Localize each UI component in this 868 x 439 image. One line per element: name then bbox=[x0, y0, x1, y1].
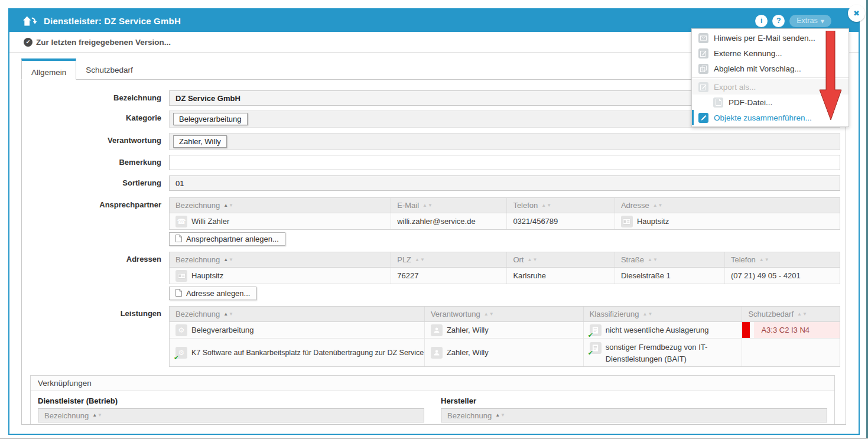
extras-label: Extras bbox=[797, 17, 817, 25]
column-header[interactable]: Bezeichnung ▲▼ bbox=[441, 408, 827, 422]
help-button[interactable]: ? bbox=[772, 15, 785, 27]
address-card-icon bbox=[175, 270, 187, 282]
sort-desc-icon: ▼ bbox=[229, 203, 233, 208]
export-icon bbox=[698, 82, 708, 92]
sort-desc-icon: ▼ bbox=[547, 203, 551, 208]
service-gear-icon: ⚙ bbox=[175, 347, 187, 359]
column-header[interactable]: Bezeichnung ▲▼ bbox=[170, 252, 391, 267]
table-row[interactable]: ☎ Willi Zahler willi.zahler@service.de 0… bbox=[170, 213, 840, 229]
bemerkung-input[interactable] bbox=[169, 155, 840, 170]
column-header[interactable]: Telefon ▲▼ bbox=[506, 198, 615, 213]
tab-allgemein[interactable]: Allgemein bbox=[21, 58, 76, 80]
leistungen-table: Bezeichnung ▲▼ Verantwortung ▲▼ Klassifi… bbox=[169, 306, 840, 367]
last-released-version-link[interactable]: Zur letzten freigegebenen Version... bbox=[36, 38, 171, 47]
sort-desc-icon: ▼ bbox=[653, 258, 658, 262]
sort-asc-icon: ▲ bbox=[484, 312, 489, 317]
verantwortung-label: Verantwortung bbox=[22, 133, 169, 145]
pdf-file-icon bbox=[713, 97, 723, 108]
person-icon bbox=[431, 324, 443, 336]
menu-item-abgleich-vorschlag[interactable]: Abgleich mit Vorschlag... bbox=[692, 61, 849, 76]
add-ansprechpartner-button[interactable]: Ansprechpartner anlegen... bbox=[169, 232, 285, 246]
hersteller-label: Hersteller bbox=[441, 396, 827, 405]
verantwortung-chip[interactable]: Zahler, Willy bbox=[173, 135, 227, 148]
sortierung-input[interactable]: 01 bbox=[169, 175, 840, 191]
sort-asc-icon: ▲ bbox=[92, 413, 97, 418]
screenshot-stage: Dienstleister: DZ Service GmbH i ? Extra… bbox=[0, 0, 868, 439]
verknuepfungen-title: Verknüpfungen bbox=[31, 376, 834, 391]
page-title: Dienstleister: DZ Service GmbH bbox=[44, 16, 181, 26]
ansprechpartner-label: Ansprechpartner bbox=[22, 197, 169, 209]
menu-divider bbox=[692, 77, 849, 78]
copy-icon bbox=[698, 64, 708, 74]
column-header[interactable]: Adresse ▲▼ bbox=[615, 198, 840, 213]
sort-asc-icon: ▲ bbox=[223, 312, 228, 317]
column-header[interactable]: Schutzbedarf ▲▼ bbox=[742, 307, 840, 321]
sort-desc-icon: ▼ bbox=[500, 413, 505, 418]
page-icon bbox=[175, 289, 182, 298]
menu-item-hinweis-email[interactable]: Hinweis per E-Mail senden... bbox=[692, 30, 849, 45]
sort-desc-icon: ▼ bbox=[532, 258, 537, 262]
menu-item-export-als[interactable]: Export als... bbox=[692, 79, 849, 95]
info-button[interactable]: i bbox=[755, 15, 768, 27]
schutzbedarf-value: A3:3 C2 I3 N4 bbox=[754, 322, 840, 338]
sort-asc-icon: ▲ bbox=[642, 312, 647, 317]
person-icon bbox=[431, 347, 443, 359]
column-header[interactable]: Bezeichnung ▲▼ bbox=[38, 408, 424, 422]
page-icon bbox=[175, 235, 182, 244]
sort-asc-icon: ▲ bbox=[797, 312, 802, 317]
sort-asc-icon: ▲ bbox=[422, 203, 427, 208]
close-button[interactable]: ✖ bbox=[848, 5, 865, 22]
classification-note-icon bbox=[590, 342, 602, 354]
sort-asc-icon: ▲ bbox=[648, 258, 652, 262]
dienstleister-home-icon bbox=[22, 15, 37, 27]
column-header[interactable]: Straße ▲▼ bbox=[615, 252, 724, 267]
sort-asc-icon: ▲ bbox=[759, 258, 764, 262]
kategorie-chip[interactable]: Belegverarbeitung bbox=[173, 113, 248, 125]
sort-asc-icon: ▲ bbox=[527, 258, 532, 262]
menu-item-externe-kennung[interactable]: Externe Kennung... bbox=[692, 45, 849, 61]
column-header[interactable]: PLZ ▲▼ bbox=[391, 252, 506, 267]
column-header[interactable]: Bezeichnung ▲▼ bbox=[170, 307, 424, 321]
column-header[interactable]: Ort ▲▼ bbox=[506, 252, 615, 267]
column-header[interactable]: Verantwortung ▲▼ bbox=[424, 307, 583, 321]
check-circle-icon: ✔ bbox=[24, 38, 32, 47]
ansprechpartner-table: Bezeichnung ▲▼ E-Mail ▲▼ Telefon ▲▼ bbox=[169, 197, 840, 230]
sort-asc-icon: ▲ bbox=[541, 203, 546, 208]
verantwortung-field[interactable]: Zahler, Willy bbox=[169, 133, 840, 150]
extras-button[interactable]: Extras ▾ bbox=[789, 15, 831, 27]
tab-schutzbedarf[interactable]: Schutzbedarf bbox=[76, 58, 142, 79]
sort-desc-icon: ▼ bbox=[648, 312, 652, 317]
schutzbedarf-flag bbox=[742, 322, 750, 338]
leistungen-label: Leistungen bbox=[22, 306, 169, 318]
extras-menu: Hinweis per E-Mail senden... Externe Ken… bbox=[691, 28, 849, 127]
adressen-table: Bezeichnung ▲▼ PLZ ▲▼ Ort ▲▼ bbox=[169, 252, 840, 284]
sort-desc-icon: ▼ bbox=[658, 203, 663, 208]
edit-square-icon bbox=[698, 48, 708, 58]
sort-asc-icon: ▲ bbox=[223, 203, 228, 208]
table-row[interactable]: ⚙ K7 Software auf Bankarbeitsplatz für D… bbox=[170, 338, 840, 366]
sort-desc-icon: ▼ bbox=[428, 203, 433, 208]
dienstleister-betrieb-label: Dienstleister (Betrieb) bbox=[38, 396, 424, 405]
column-header[interactable]: Bezeichnung ▲▼ bbox=[170, 198, 391, 213]
sort-asc-icon: ▲ bbox=[223, 258, 228, 262]
table-row[interactable]: ⚙ Belegverarbeitung Zahler, Willy bbox=[170, 322, 840, 338]
verknuepfungen-panel: Verknüpfungen Dienstleister (Betrieb) Be… bbox=[30, 375, 835, 425]
sort-desc-icon: ▼ bbox=[229, 258, 233, 262]
sort-asc-icon: ▲ bbox=[495, 413, 500, 418]
address-card-icon bbox=[621, 216, 633, 227]
add-adresse-button[interactable]: Adresse anlegen... bbox=[169, 287, 256, 300]
menu-item-objekte-zusammenfuehren[interactable]: Objekte zusammenführen... bbox=[692, 110, 849, 125]
envelope-icon bbox=[698, 33, 708, 43]
merge-edit-icon bbox=[698, 113, 708, 123]
chevron-down-icon: ▾ bbox=[821, 17, 824, 25]
sort-desc-icon: ▼ bbox=[489, 312, 494, 317]
sortierung-label: Sortierung bbox=[22, 175, 169, 187]
menu-item-pdf-datei[interactable]: PDF-Datei... bbox=[692, 95, 849, 110]
column-header[interactable]: Telefon ▲▼ bbox=[724, 252, 840, 267]
table-row[interactable]: Hauptsitz 76227 Karlsruhe Dieselstraße 1… bbox=[170, 268, 840, 284]
service-gear-icon: ⚙ bbox=[175, 324, 187, 336]
phone-icon: ☎ bbox=[175, 216, 187, 227]
column-header[interactable]: E-Mail ▲▼ bbox=[391, 198, 506, 213]
column-header[interactable]: Klassifizierung ▲▼ bbox=[583, 307, 742, 321]
sort-asc-icon: ▲ bbox=[415, 258, 420, 262]
